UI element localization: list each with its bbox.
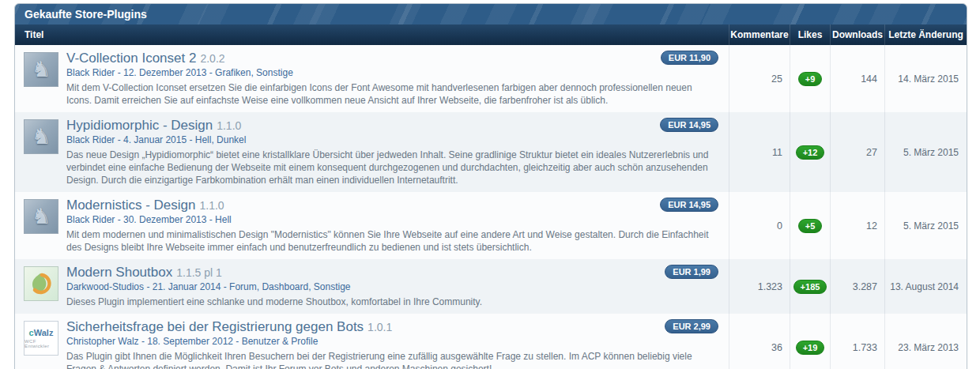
plugin-description: Das Plugin gibt Ihnen die Möglichkeit Ih… — [66, 350, 721, 369]
plugin-description: Mit dem modernen und minimalistischen De… — [66, 228, 721, 254]
table-header: Titel Kommentare Likes Downloads Letzte … — [15, 24, 967, 45]
plugin-main-cell: Modern Shoutbox1.1.5 pl 1 Darkwood-Studi… — [15, 259, 729, 314]
likes-cell: +5 — [790, 192, 830, 259]
plugin-version: 2.0.2 — [200, 52, 224, 65]
plugin-meta-links[interactable]: Christopher Walz - 18. September 2012 - … — [66, 336, 721, 348]
plugin-text-block: Modern Shoutbox1.1.5 pl 1 Darkwood-Studi… — [66, 265, 721, 308]
column-header-downloads[interactable]: Downloads — [830, 24, 884, 45]
cwalz-logo-icon[interactable]: cWalz WCF Entwickler — [24, 321, 58, 356]
plugin-version: 1.0.1 — [368, 321, 392, 333]
price-badge[interactable]: EUR 2,99 — [665, 319, 718, 333]
plugin-description: Mit dem V-Collection Iconset ersetzen Si… — [66, 81, 721, 107]
likes-badge[interactable]: +19 — [796, 341, 825, 355]
comments-count: 0 — [729, 192, 790, 259]
downloads-count: 12 — [830, 192, 884, 259]
column-header-title[interactable]: Titel — [15, 29, 729, 40]
last-change-date: 5. März 2015 — [884, 112, 967, 192]
last-change-date: 14. März 2015 — [884, 45, 967, 112]
plugin-version: 1.1.5 pl 1 — [176, 266, 222, 279]
purchased-plugins-panel: Gekaufte Store-Plugins Titel Kommentare … — [14, 3, 967, 369]
plugin-version: 1.1.0 — [217, 119, 241, 132]
plugin-description: Dieses Plugin implementiert eine schlank… — [66, 296, 721, 308]
last-change-date: 23. März 2013 — [884, 314, 967, 369]
comments-count: 25 — [729, 45, 790, 112]
darkwood-leaf-icon[interactable] — [24, 266, 58, 301]
column-header-last-change[interactable]: Letzte Änderung — [884, 24, 967, 45]
likes-badge[interactable]: +12 — [796, 145, 825, 160]
likes-cell: +19 — [790, 314, 830, 369]
plugin-row: V-Collection Iconset 22.0.2 Black Rider … — [15, 45, 967, 112]
comments-count: 11 — [729, 112, 790, 192]
plugin-main-cell: V-Collection Iconset 22.0.2 Black Rider … — [15, 45, 729, 112]
black-rider-knight-icon[interactable] — [24, 119, 58, 154]
likes-badge[interactable]: +5 — [798, 219, 823, 233]
column-header-comments[interactable]: Kommentare — [729, 24, 790, 45]
last-change-date: 5. März 2015 — [884, 192, 967, 259]
plugin-row: cWalz WCF Entwickler Sicherheitsfrage be… — [15, 314, 967, 369]
plugin-description: Das neue Design „Hypidiomorphic“ bietet … — [66, 149, 721, 186]
plugin-row: Modernistics - Design1.1.0 Black Rider -… — [15, 192, 967, 259]
comments-count: 1.323 — [729, 259, 790, 314]
price-badge[interactable]: EUR 1,99 — [665, 265, 718, 279]
plugin-title-link[interactable]: V-Collection Iconset 2 — [66, 51, 196, 66]
downloads-count: 1.733 — [830, 314, 884, 369]
plugin-main-cell: Hypidiomorphic - Design1.1.0 Black Rider… — [15, 112, 729, 192]
column-header-likes[interactable]: Likes — [790, 24, 830, 45]
black-rider-knight-icon[interactable] — [24, 52, 58, 87]
plugin-text-block: Hypidiomorphic - Design1.1.0 Black Rider… — [66, 118, 721, 186]
plugin-title-link[interactable]: Sicherheitsfrage bei der Registrierung g… — [66, 319, 364, 334]
plugin-title-link[interactable]: Modernistics - Design — [66, 198, 195, 213]
plugin-text-block: Modernistics - Design1.1.0 Black Rider -… — [66, 198, 721, 254]
price-badge[interactable]: EUR 14,95 — [660, 198, 718, 212]
plugin-row: Modern Shoutbox1.1.5 pl 1 Darkwood-Studi… — [15, 259, 967, 314]
plugin-title-link[interactable]: Modern Shoutbox — [66, 265, 172, 280]
likes-badge[interactable]: +9 — [798, 72, 823, 86]
plugin-version: 1.1.0 — [199, 199, 224, 212]
likes-badge[interactable]: +185 — [793, 280, 827, 294]
plugin-meta-links[interactable]: Darkwood-Studios - 21. Januar 2014 - For… — [66, 281, 721, 293]
plugin-meta-links[interactable]: Black Rider - 12. Dezember 2013 - Grafik… — [66, 67, 721, 79]
plugin-main-cell: Modernistics - Design1.1.0 Black Rider -… — [15, 192, 729, 259]
plugin-meta-links[interactable]: Black Rider - 30. Dezember 2013 - Hell — [66, 214, 721, 226]
likes-cell: +185 — [790, 259, 830, 314]
cwalz-logo-subtext: WCF Entwickler — [24, 339, 58, 348]
plugin-meta-links[interactable]: Black Rider - 4. Januar 2015 - Hell, Dun… — [66, 134, 721, 146]
black-rider-knight-icon[interactable] — [24, 199, 58, 234]
plugin-text-block: V-Collection Iconset 22.0.2 Black Rider … — [66, 51, 721, 107]
downloads-count: 144 — [830, 45, 884, 112]
plugin-list: V-Collection Iconset 22.0.2 Black Rider … — [15, 45, 967, 369]
cwalz-logo-text: cWalz — [29, 328, 54, 337]
plugin-title-link[interactable]: Hypidiomorphic - Design — [66, 118, 213, 133]
price-badge[interactable]: EUR 11,90 — [661, 51, 718, 65]
downloads-count: 27 — [830, 112, 884, 192]
comments-count: 36 — [729, 314, 790, 369]
likes-cell: +9 — [790, 45, 830, 112]
price-badge[interactable]: EUR 14,95 — [660, 118, 718, 132]
plugin-row: Hypidiomorphic - Design1.1.0 Black Rider… — [15, 112, 967, 192]
downloads-count: 3.287 — [830, 259, 884, 314]
last-change-date: 13. August 2014 — [884, 259, 967, 314]
plugin-main-cell: cWalz WCF Entwickler Sicherheitsfrage be… — [15, 314, 729, 369]
plugin-text-block: Sicherheitsfrage bei der Registrierung g… — [66, 319, 721, 369]
likes-cell: +12 — [790, 112, 830, 192]
panel-title: Gekaufte Store-Plugins — [15, 4, 967, 24]
leaf-swirl-graphic — [25, 268, 57, 299]
